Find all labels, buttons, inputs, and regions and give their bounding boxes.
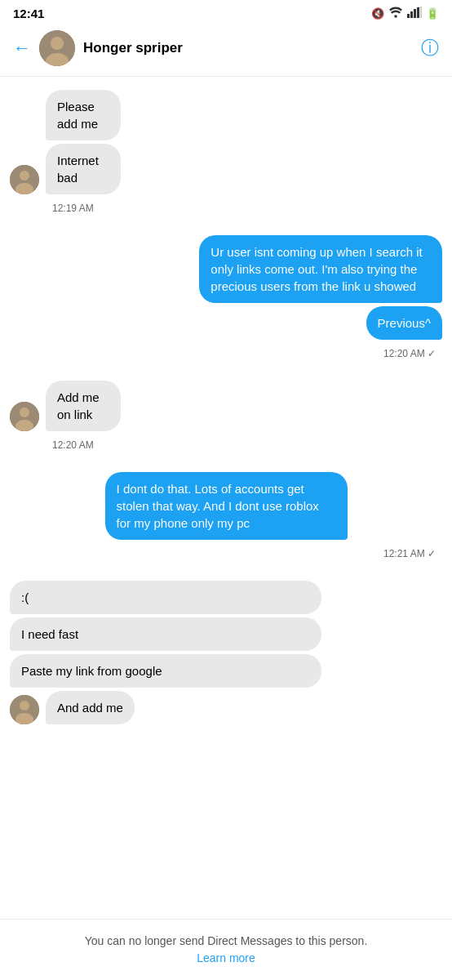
mute-icon: 🔇	[371, 7, 384, 20]
bubble-5-2: I need fast	[10, 617, 321, 651]
learn-more-link[interactable]: Learn more	[197, 951, 255, 964]
status-icons: 🔇 🔋	[371, 7, 439, 20]
svg-rect-5	[420, 7, 422, 18]
footer-notice: You can no longer send Direct Messages t…	[0, 919, 452, 980]
svg-rect-4	[417, 7, 419, 18]
battery-icon: 🔋	[426, 7, 439, 20]
messages-area: Please add me Internet bad 12:19 AM Ur u…	[0, 77, 452, 919]
message-group-4: I dont do that. Lots of accounts get sto…	[10, 472, 442, 540]
back-button[interactable]: ←	[13, 38, 31, 59]
avatar-1	[10, 165, 39, 194]
status-time: 12:41	[13, 7, 44, 20]
svg-point-16	[20, 701, 29, 710]
timestamp-4: 12:21 AM ✓	[10, 546, 442, 564]
status-bar: 12:41 🔇 🔋	[0, 0, 452, 24]
message-group-2: Ur user isnt coming up when I search it …	[10, 235, 442, 340]
avatar-5	[10, 695, 39, 724]
contact-avatar	[39, 30, 75, 66]
svg-point-13	[20, 408, 29, 417]
bubble-4-1: I dont do that. Lots of accounts get sto…	[105, 472, 348, 540]
svg-rect-1	[407, 14, 410, 18]
timestamp-1: 12:19 AM	[10, 201, 442, 219]
bubble-stack-1: Please add me Internet bad	[46, 90, 150, 194]
chat-header: ← Honger spriper ⓘ	[0, 24, 452, 77]
bubble-1-2: Internet bad	[46, 144, 121, 194]
bubble-5-3: Paste my link from google	[10, 654, 321, 688]
message-group-5-last: And add me	[10, 691, 442, 724]
bubble-1-1: Please add me	[46, 90, 121, 140]
signal-icon	[407, 7, 422, 20]
svg-point-10	[20, 171, 29, 180]
timestamp-3: 12:20 AM	[10, 438, 442, 456]
bubble-stack-3: Add me on link	[46, 381, 149, 431]
bubble-5-4: And add me	[46, 691, 135, 724]
bubble-3-1: Add me on link	[46, 381, 121, 431]
message-group-1: Please add me Internet bad	[10, 90, 442, 194]
bubble-2-2: Previous^	[366, 306, 442, 340]
svg-point-7	[51, 37, 64, 50]
message-group-3: Add me on link	[10, 381, 442, 431]
svg-point-0	[394, 15, 397, 18]
message-group-5: :( I need fast Paste my link from google…	[10, 581, 442, 724]
info-button[interactable]: ⓘ	[421, 36, 439, 60]
svg-rect-3	[414, 9, 416, 18]
svg-rect-2	[410, 11, 413, 18]
bubble-2-1: Ur user isnt coming up when I search it …	[199, 235, 442, 303]
avatar-3	[10, 402, 39, 431]
timestamp-2: 12:20 AM ✓	[10, 346, 442, 364]
contact-name: Honger spriper	[83, 40, 183, 56]
wifi-icon	[388, 7, 403, 20]
footer-notice-text: You can no longer send Direct Messages t…	[85, 934, 368, 947]
bubble-5-1: :(	[10, 581, 321, 614]
